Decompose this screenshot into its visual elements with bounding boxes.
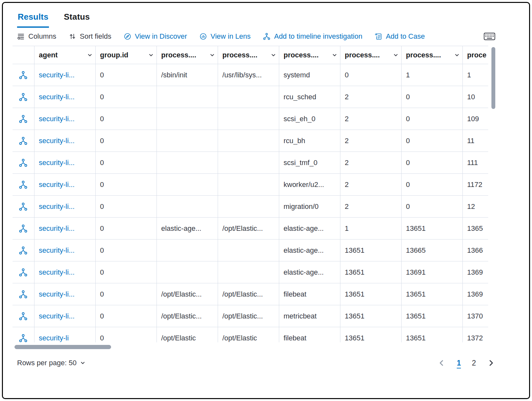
table-body: security-li... 0 /sbin/init /usr/lib/sys… <box>13 64 488 343</box>
chevron-down-icon[interactable] <box>148 52 154 58</box>
table-cell: /opt/Elastic... <box>218 283 279 305</box>
chevron-down-icon[interactable] <box>454 52 460 58</box>
tab-results[interactable]: Results <box>17 10 49 28</box>
cell-value: 0 <box>406 202 410 210</box>
chevron-down-icon[interactable] <box>271 52 276 58</box>
column-header-process-6[interactable]: proce <box>462 46 488 64</box>
column-header-process-4[interactable]: process.... <box>340 46 401 64</box>
table-cell: 0 <box>95 240 157 261</box>
analyze-event-icon <box>19 114 28 123</box>
agent-link[interactable]: security-li... <box>39 202 75 210</box>
table-cell: 0 <box>401 108 462 130</box>
analyze-event-button[interactable] <box>17 69 29 81</box>
table-cell: 13651 <box>340 305 401 327</box>
table-cell: 2 <box>340 130 401 152</box>
table-cell: metricbeat <box>279 305 340 327</box>
table-cell: 109 <box>462 108 488 130</box>
cell-value: 1372 <box>467 334 483 342</box>
agent-link[interactable]: security-li... <box>39 115 75 123</box>
column-header-process-2[interactable]: process.... <box>218 46 279 64</box>
add-to-timeline-button[interactable]: Add to timeline investigation <box>263 32 362 41</box>
agent-link[interactable]: security-li... <box>39 268 75 276</box>
cell-value: 1366 <box>467 246 483 254</box>
analyze-event-button[interactable] <box>17 179 29 191</box>
analyze-event-button[interactable] <box>17 289 29 300</box>
horizontal-scrollbar-thumb[interactable] <box>14 345 111 349</box>
chevron-down-icon[interactable] <box>209 52 215 58</box>
agent-link[interactable]: security-li... <box>39 93 75 101</box>
analyze-event-button[interactable] <box>17 201 29 212</box>
table-cell: filebeat <box>279 283 340 305</box>
vertical-scrollbar-thumb[interactable] <box>491 47 495 109</box>
page-2-button[interactable]: 2 <box>472 359 476 367</box>
table-cell: 13691 <box>401 261 462 283</box>
table-cell <box>218 86 279 108</box>
agent-link[interactable]: security-li... <box>39 312 75 320</box>
next-page-button[interactable] <box>487 359 495 367</box>
previous-page-button[interactable] <box>437 359 446 367</box>
cell-value: 0 <box>100 159 104 167</box>
table-cell: 13665 <box>401 240 462 261</box>
horizontal-scrollbar[interactable] <box>13 345 489 349</box>
table-cell <box>157 174 218 196</box>
sort-fields-button[interactable]: Sort fields <box>69 32 111 41</box>
analyze-event-button[interactable] <box>17 157 29 169</box>
table-cell: 1369 <box>462 283 488 305</box>
analyze-event-button[interactable] <box>17 267 29 278</box>
analyze-event-icon <box>19 180 28 189</box>
column-header-process-3[interactable]: process.... <box>279 46 340 64</box>
agent-link[interactable]: security-li... <box>39 159 75 167</box>
chevron-down-icon[interactable] <box>393 52 399 58</box>
table-row: security-li... 0 scsi_tmf_0 2 0 111 <box>13 152 488 174</box>
cell-value: 0 <box>100 137 104 145</box>
column-header-group-id[interactable]: group.id <box>95 46 157 64</box>
column-header-process-5[interactable]: process.... <box>401 46 462 64</box>
analyze-event-button[interactable] <box>17 223 29 234</box>
table-cell: /opt/Elastic... <box>157 283 218 305</box>
agent-link[interactable]: security-li... <box>39 290 75 298</box>
results-table: agent group.id process <box>13 46 488 342</box>
table-cell <box>218 240 279 261</box>
cell-value: 111 <box>467 159 478 167</box>
tab-status[interactable]: Status <box>63 10 90 28</box>
row-actions-cell <box>13 240 34 261</box>
chevron-down-icon[interactable] <box>87 52 93 58</box>
chevron-down-icon[interactable] <box>332 52 337 58</box>
cell-value: 0 <box>406 181 410 189</box>
sort-icon <box>69 33 76 40</box>
columns-button[interactable]: Columns <box>17 32 56 41</box>
view-in-discover-button[interactable]: View in Discover <box>124 32 187 41</box>
view-in-lens-button[interactable]: View in Lens <box>199 32 251 41</box>
column-header-process-1[interactable]: process.... <box>157 46 218 64</box>
table-cell: 0 <box>95 218 157 240</box>
grid-toolbar: Columns Sort fields View in Discover <box>13 28 495 46</box>
table-cell: 1369 <box>462 261 488 283</box>
grid-footer: Rows per page: 50 1 2 <box>13 349 495 367</box>
vertical-scrollbar[interactable] <box>491 46 495 342</box>
agent-link[interactable]: security-li... <box>39 137 75 145</box>
agent-link[interactable]: security-li... <box>39 181 75 189</box>
agent-link[interactable]: security-li... <box>39 71 75 79</box>
cell-value: kworker/u2... <box>284 181 324 189</box>
cell-value: 0 <box>100 268 104 276</box>
table-cell: 1 <box>401 64 462 86</box>
analyze-event-button[interactable] <box>17 113 29 125</box>
cell-value: 13651 <box>406 312 426 320</box>
keyboard-shortcuts-button[interactable] <box>484 32 495 41</box>
analyze-event-button[interactable] <box>17 245 29 256</box>
analyze-event-button[interactable] <box>17 91 29 103</box>
analyze-event-icon <box>19 136 28 145</box>
column-header-agent[interactable]: agent <box>34 46 95 64</box>
analyze-event-button[interactable] <box>17 332 29 343</box>
rows-per-page-button[interactable]: Rows per page: 50 <box>17 359 86 367</box>
page-1-button[interactable]: 1 <box>457 359 461 367</box>
table-cell: 0 <box>401 174 462 196</box>
agent-link[interactable]: security-li <box>39 334 69 342</box>
cell-value: elastic-age... <box>284 246 324 254</box>
add-to-case-button[interactable]: Add to Case <box>375 32 425 41</box>
agent-link[interactable]: security-li... <box>39 246 75 254</box>
agent-link[interactable]: security-li... <box>39 224 75 232</box>
keyboard-icon <box>484 32 495 41</box>
analyze-event-button[interactable] <box>17 310 29 322</box>
analyze-event-button[interactable] <box>17 135 29 147</box>
